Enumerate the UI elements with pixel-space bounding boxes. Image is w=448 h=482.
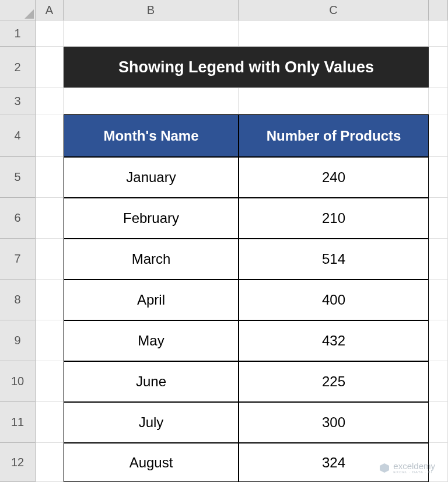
column-headers: A B C [36,0,448,20]
col-header-B[interactable]: B [64,0,239,20]
cell-B3[interactable] [64,88,239,114]
cell-D5[interactable] [429,157,448,198]
cell-D7[interactable] [429,239,448,280]
cell-C3[interactable] [239,88,429,114]
cell-D1[interactable] [429,20,448,47]
cell-value[interactable]: 210 [239,198,429,239]
row-header-2[interactable]: 2 [0,47,36,88]
cell-A2[interactable] [36,47,64,88]
cell-value[interactable]: 300 [239,402,429,443]
table-header-month[interactable]: Month's Name [64,114,239,157]
cell-D3[interactable] [429,88,448,114]
cell-D4[interactable] [429,114,448,157]
cell-A6[interactable] [36,198,64,239]
table-header-number[interactable]: Number of Products [239,114,429,157]
row-header-4[interactable]: 4 [0,114,36,157]
cell-D6[interactable] [429,198,448,239]
cell-A11[interactable] [36,402,64,443]
svg-marker-0 [24,9,34,19]
cell-month[interactable]: February [64,198,239,239]
cell-month[interactable]: June [64,361,239,402]
cell-D9[interactable] [429,320,448,361]
cell-A5[interactable] [36,157,64,198]
cell-A8[interactable] [36,280,64,320]
cell-A4[interactable] [36,114,64,157]
cell-value[interactable]: 514 [239,239,429,280]
cell-month[interactable]: April [64,280,239,320]
svg-marker-1 [380,463,389,473]
row-header-12[interactable]: 12 [0,443,36,482]
cell-A10[interactable] [36,361,64,402]
cell-value[interactable]: 240 [239,157,429,198]
cell-A3[interactable] [36,88,64,114]
cell-B1[interactable] [64,20,239,47]
col-header-C[interactable]: C [239,0,429,20]
row-header-9[interactable]: 9 [0,320,36,361]
cell-A7[interactable] [36,239,64,280]
watermark-text: exceldemy EXCEL · DATA · BI [393,462,435,474]
cell-value[interactable]: 400 [239,280,429,320]
spreadsheet: A B C 1 2 3 4 5 6 7 8 9 10 11 12 Showing… [0,0,448,482]
cell-D2[interactable] [429,47,448,88]
cell-value[interactable]: 432 [239,320,429,361]
cell-month[interactable]: May [64,320,239,361]
row-header-3[interactable]: 3 [0,88,36,114]
select-all-corner[interactable] [0,0,36,20]
row-headers: 1 2 3 4 5 6 7 8 9 10 11 12 [0,20,36,482]
cell-grid: Showing Legend with Only Values Month's … [36,20,448,482]
row-header-1[interactable]: 1 [0,20,36,47]
cell-D10[interactable] [429,361,448,402]
cell-D11[interactable] [429,402,448,443]
select-all-triangle-icon [24,9,34,19]
row-header-5[interactable]: 5 [0,157,36,198]
watermark-brand: exceldemy [393,462,435,470]
row-header-7[interactable]: 7 [0,239,36,280]
cell-month[interactable]: July [64,402,239,443]
title-cell[interactable]: Showing Legend with Only Values [64,47,429,88]
cell-month[interactable]: January [64,157,239,198]
col-header-A[interactable]: A [36,0,64,20]
row-header-8[interactable]: 8 [0,280,36,320]
cell-value[interactable]: 225 [239,361,429,402]
col-header-D[interactable] [429,0,448,20]
cell-month[interactable]: March [64,239,239,280]
watermark: exceldemy EXCEL · DATA · BI [379,462,435,474]
watermark-tagline: EXCEL · DATA · BI [393,470,435,474]
cell-C1[interactable] [239,20,429,47]
cell-A12[interactable] [36,443,64,482]
hexagon-icon [379,463,390,473]
cell-A1[interactable] [36,20,64,47]
row-header-6[interactable]: 6 [0,198,36,239]
row-header-11[interactable]: 11 [0,402,36,443]
row-header-10[interactable]: 10 [0,361,36,402]
cell-A9[interactable] [36,320,64,361]
cell-month[interactable]: August [64,443,239,482]
cell-D8[interactable] [429,280,448,320]
